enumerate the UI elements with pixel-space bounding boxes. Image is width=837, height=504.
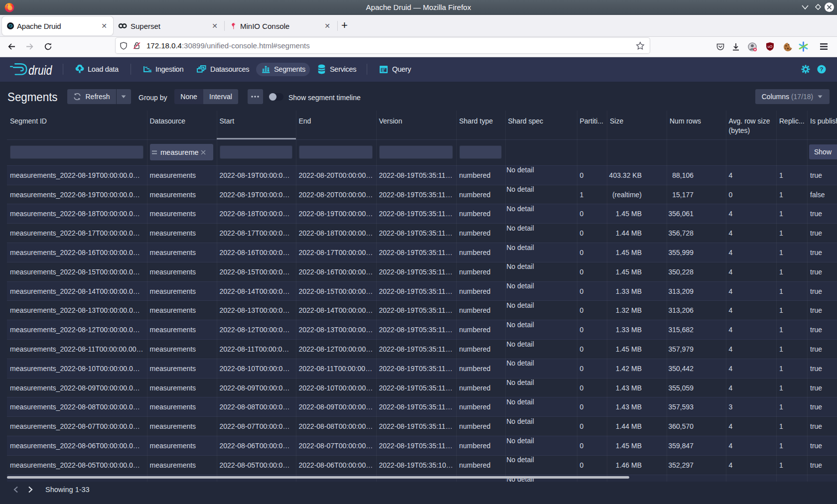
svg-text:uO: uO <box>768 45 773 48</box>
svg-text:?: ? <box>820 66 823 72</box>
